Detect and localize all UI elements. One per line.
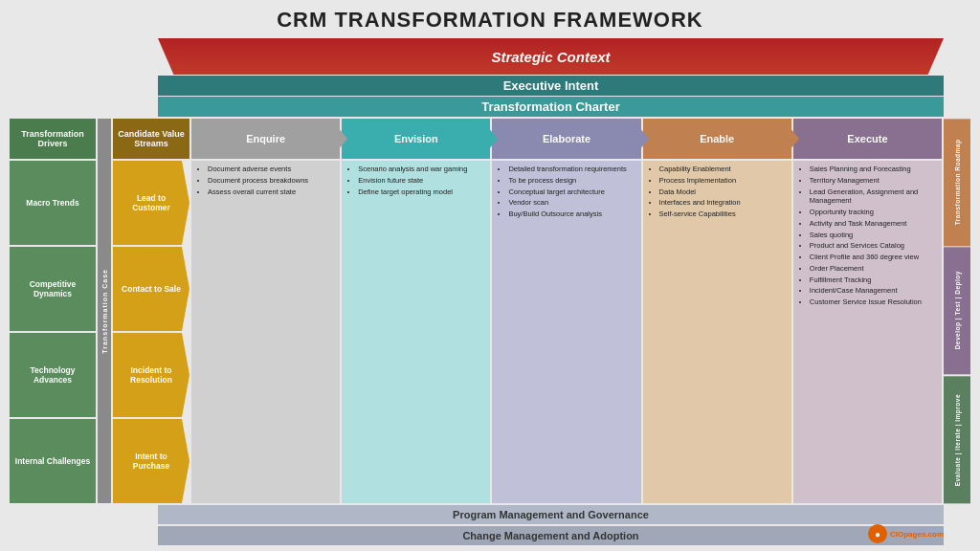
execute-bullet-7: Product and Services Catalog	[810, 241, 937, 251]
envision-bullet-3: Define target operating model	[358, 187, 485, 197]
drivers-header: Transformation Drivers	[10, 119, 96, 159]
phase-content-envision: Scenario analysis and war gaming Envisio…	[342, 161, 490, 503]
execute-bullet-4: Opportunity tracking	[810, 208, 937, 217]
driver-technology-advances: Technology Advances	[10, 333, 96, 417]
enable-bullet-4: Interfaces and Integration	[659, 198, 787, 208]
enquire-bullet-2: Document process breakdowns	[208, 176, 335, 186]
execute-bullet-9: Order Placement	[810, 264, 937, 274]
strategic-context-label: Strategic Context	[491, 49, 610, 65]
execute-bullet-12: Customer Service Issue Resolution	[810, 298, 937, 307]
phase-header-envision: Envision	[342, 119, 490, 159]
candidate-contact-sale: Contact to Sale	[113, 247, 189, 331]
execute-bullet-3: Lead Generation, Assignment and Manageme…	[810, 187, 937, 207]
enable-bullet-2: Process Implementation	[659, 176, 787, 186]
phase-content-execute: Sales Planning and Forecasting Territory…	[793, 161, 942, 503]
executive-intent-bar: Executive Intent	[158, 76, 944, 96]
execute-bullet-2: Territory Management	[810, 176, 937, 186]
elaborate-bullet-1: Detailed transformation requirements	[508, 165, 635, 174]
main-container: CRM TRANSFORMATION FRAMEWORK Strategic C…	[0, 0, 980, 551]
phase-content-elaborate: Detailed transformation requirements To …	[492, 161, 640, 503]
execute-bullet-6: Sales quoting	[810, 231, 937, 240]
candidate-contact-sale-shape: Contact to Sale	[113, 247, 189, 331]
right-labels: Transformation Roadmap Develop | Test | …	[944, 119, 970, 503]
candidate-incident-resolution-shape: Incident to Resolution	[113, 333, 189, 417]
transformation-case-label: Transformation Case	[101, 269, 108, 354]
candidate-intent-purchase: Intent to Purchase	[113, 419, 189, 503]
execute-bullet-10: Fulfillment Tracking	[810, 276, 937, 285]
execute-bullet-1: Sales Planning and Forecasting	[810, 165, 937, 174]
phase-content-area: Document adverse events Document process…	[191, 161, 942, 503]
right-label-deploy: Develop | Test | Deploy	[944, 247, 970, 374]
phase-headers: Enquire Envision Elaborate Enable Execut…	[191, 119, 942, 159]
enable-bullet-5: Self-service Capabilities	[659, 209, 787, 219]
execute-bullet-11: Incident/Case Management	[810, 286, 937, 296]
driver-macro-trends: Macro Trends	[10, 161, 96, 245]
bottom-bars: Program Management and Governance Change…	[158, 505, 944, 545]
envision-bullet-1: Scenario analysis and war gaming	[358, 165, 485, 174]
page-title: CRM TRANSFORMATION FRAMEWORK	[10, 8, 970, 33]
right-label-evaluate: Evaluate | Iterate | Improve	[944, 376, 970, 503]
strategic-roof: Strategic Context	[158, 38, 944, 75]
phase-content-enable: Capability Enablement Process Implementa…	[643, 161, 791, 503]
watermark: ● CIOpages.com	[868, 524, 944, 543]
driver-competitive-dynamics: Competitive Dynamics	[10, 247, 96, 331]
elaborate-bullet-4: Vendor scan	[508, 198, 635, 208]
strategic-context-area: Strategic Context	[158, 38, 944, 75]
elaborate-bullet-2: To be process design	[508, 176, 635, 186]
right-label-roadmap: Transformation Roadmap	[944, 119, 970, 246]
phase-content-enquire: Document adverse events Document process…	[191, 161, 340, 503]
phase-header-enable: Enable	[643, 119, 791, 159]
phases-area: Enquire Envision Elaborate Enable Execut…	[191, 119, 942, 503]
enable-bullet-1: Capability Enablement	[659, 165, 787, 174]
candidate-incident-resolution: Incident to Resolution	[113, 333, 189, 417]
candidate-header: Candidate Value Streams	[113, 119, 189, 159]
candidate-column: Candidate Value Streams Lead to Customer…	[113, 119, 189, 503]
execute-bullet-5: Activity and Task Management	[810, 219, 937, 229]
change-management-bar: Change Management and Adoption	[158, 526, 944, 545]
elaborate-bullet-5: Buy/Build Outsource analysis	[508, 209, 635, 219]
drivers-column: Transformation Drivers Macro Trends Comp…	[10, 119, 96, 503]
candidate-intent-purchase-shape: Intent to Purchase	[113, 419, 189, 503]
transformation-charter-bar: Transformation Charter	[158, 97, 944, 117]
phase-header-execute: Execute	[793, 119, 942, 159]
enquire-bullet-1: Document adverse events	[208, 165, 335, 174]
enable-bullet-3: Data Model	[659, 187, 787, 197]
execute-bullet-8: Client Profile and 360 degree view	[810, 253, 937, 262]
transformation-case-col: Transformation Case	[98, 119, 111, 503]
phase-header-enquire: Enquire	[191, 119, 340, 159]
elaborate-arrow	[639, 127, 649, 150]
watermark-icon: ●	[868, 524, 887, 543]
content-area: Transformation Drivers Macro Trends Comp…	[10, 119, 970, 503]
envision-arrow	[488, 127, 498, 150]
envision-bullet-2: Envision future state	[358, 176, 485, 186]
enquire-bullet-3: Assess overall current state	[208, 187, 335, 197]
enable-arrow	[790, 127, 799, 150]
program-management-bar: Program Management and Governance	[158, 505, 944, 524]
candidate-lead-customer: Lead to Customer	[113, 161, 189, 245]
watermark-text: CIOpages.com	[890, 530, 944, 539]
phase-header-elaborate: Elaborate	[492, 119, 640, 159]
candidate-lead-customer-shape: Lead to Customer	[113, 161, 189, 245]
driver-internal-challenges: Internal Challenges	[10, 419, 96, 503]
enquire-arrow	[338, 127, 347, 150]
elaborate-bullet-3: Conceptual target architecture	[508, 187, 635, 197]
